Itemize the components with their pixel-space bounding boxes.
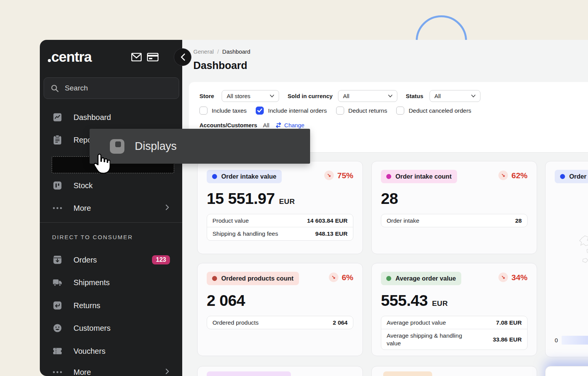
- sidebar-item-returns[interactable]: Returns: [44, 297, 179, 314]
- metric-label: Order int: [569, 173, 588, 180]
- sidebar-item-label: Shipments: [74, 278, 170, 287]
- metric-row: Product value14 603.84 EUR: [207, 214, 353, 227]
- metric-card-partial-middle[interactable]: [371, 366, 537, 376]
- filter-selects-row: Store All stores Sold in currency All St…: [199, 90, 480, 102]
- checkbox-label: Include internal orders: [268, 107, 327, 114]
- trend-chip: ↘: [498, 273, 508, 282]
- checkbox-label: Deduct canceled orders: [408, 107, 471, 114]
- filter-checkboxes-row: Include taxes Include internal orders De…: [199, 107, 471, 115]
- metric-pill: Average order value: [381, 272, 461, 285]
- centra-logo: centra: [51, 49, 91, 65]
- sidebar-item-label: Orders: [74, 256, 140, 264]
- drag-ghost-displays[interactable]: Displays: [90, 129, 310, 164]
- metric-dot-icon: [386, 276, 391, 281]
- metric-breakdown-table: Average product value7.08 EURAverage shi…: [381, 316, 528, 350]
- orders-count-badge: 123: [152, 255, 170, 264]
- metric-row: Average shipping & handling value33.86 E…: [381, 329, 527, 350]
- chevron-right-icon: [165, 204, 169, 212]
- metric-label: Order intake count: [395, 173, 452, 180]
- metric-pill: Order intake value: [207, 170, 282, 183]
- sidebar-item-dashboard[interactable]: Dashboard: [44, 109, 179, 126]
- search-box[interactable]: [44, 77, 179, 99]
- check-icon: [257, 108, 262, 113]
- world-map: [546, 202, 588, 324]
- breadcrumb-separator: /: [217, 48, 219, 55]
- metric-value-row: 2 064: [207, 292, 353, 310]
- customers-smiley-icon: [53, 323, 62, 333]
- metric-card-partial-right[interactable]: [545, 366, 588, 376]
- shipments-truck-icon: [53, 279, 62, 287]
- change-link[interactable]: Change: [275, 122, 305, 128]
- legend-gradient-bar: [562, 336, 588, 345]
- trend-down-icon: ↘: [501, 173, 505, 178]
- sidebar-item-label: More: [74, 368, 154, 376]
- messages-icon[interactable]: [131, 53, 142, 61]
- checkbox-deduct-canceled-orders[interactable]: Deduct canceled orders: [396, 107, 471, 115]
- metric-dot-icon: [212, 174, 217, 179]
- sidebar-item-more-dtc[interactable]: More: [44, 364, 179, 376]
- map-card-order-intake[interactable]: Order int 0: [545, 161, 588, 357]
- metric-pill: Order intake count: [381, 170, 457, 183]
- checkbox-box[interactable]: [336, 107, 344, 115]
- sidebar-item-label: Customers: [74, 324, 170, 333]
- status-label: Status: [406, 93, 423, 99]
- metric-dot-icon: [386, 174, 391, 179]
- metric-breakdown-table: Ordered products2 064: [207, 316, 353, 329]
- sidebar: centra Dashboard: [40, 40, 182, 376]
- trend-down-icon: ↘: [501, 275, 505, 280]
- metric-delta: ↘62%: [498, 171, 528, 180]
- currency-select[interactable]: All: [338, 90, 397, 102]
- metric-label: Average order value: [395, 275, 456, 282]
- trend-chip: ↘: [498, 171, 508, 180]
- checkbox-label: Deduct returns: [348, 107, 387, 114]
- chevron-right-icon: [165, 368, 169, 376]
- metric-value-row: 28: [381, 190, 528, 208]
- search-input[interactable]: [65, 84, 172, 92]
- metric-label: Order intake value: [221, 173, 276, 180]
- sidebar-item-label: Vouchers: [74, 347, 170, 356]
- breadcrumb-current[interactable]: Dashboard: [222, 48, 250, 55]
- trend-chip: ↘: [324, 171, 334, 180]
- metric-card-ordered-products-count[interactable]: Ordered products count ↘6% 2 064 Ordered…: [197, 263, 363, 356]
- metric-row: Order intake28: [381, 214, 527, 227]
- metric-card-average-order-value[interactable]: Average order value ↘34% 555.43EUR Avera…: [371, 263, 537, 356]
- metric-card-partial-left[interactable]: [197, 366, 363, 376]
- checkbox-box[interactable]: [396, 107, 404, 115]
- metric-unit: EUR: [279, 197, 295, 206]
- metric-row: Average product value7.08 EUR: [381, 316, 527, 329]
- currency-select-value: All: [343, 93, 350, 99]
- sidebar-item-customers[interactable]: Customers: [44, 320, 179, 337]
- sidebar-item-more[interactable]: More: [44, 200, 179, 217]
- sidebar-item-label: More: [74, 204, 154, 213]
- checkbox-include-taxes[interactable]: Include taxes: [199, 107, 247, 115]
- metric-unit: EUR: [432, 299, 448, 308]
- sidebar-item-orders[interactable]: Orders 123: [44, 251, 179, 268]
- trend-down-icon: ↘: [332, 275, 336, 280]
- checkbox-include-internal-orders[interactable]: Include internal orders: [256, 107, 327, 115]
- breadcrumb-parent[interactable]: General: [193, 48, 214, 55]
- delta-percent: 62%: [511, 171, 528, 180]
- delta-percent: 34%: [511, 273, 528, 282]
- metric-row: Shipping & handling fees948.13 EUR: [207, 227, 353, 240]
- checkbox-box[interactable]: [256, 107, 264, 115]
- metric-delta: ↘6%: [329, 273, 353, 282]
- status-select[interactable]: All: [430, 90, 480, 102]
- sidebar-item-shipments[interactable]: Shipments: [44, 274, 179, 291]
- breadcrumb: General / Dashboard: [193, 48, 250, 55]
- drag-ghost-label: Displays: [135, 140, 177, 153]
- checkbox-box[interactable]: [199, 107, 207, 115]
- metric-card-order-intake-value[interactable]: Order intake value ↘75% 15 551.97EUR Pro…: [197, 161, 363, 254]
- returns-icon: [53, 301, 62, 310]
- search-icon: [51, 84, 59, 93]
- sidebar-item-stock[interactable]: Stock: [44, 177, 179, 194]
- checkbox-deduct-returns[interactable]: Deduct returns: [336, 107, 387, 115]
- sidebar-item-vouchers[interactable]: Vouchers: [44, 343, 179, 360]
- store-select[interactable]: All stores: [222, 90, 279, 102]
- change-link-label: Change: [284, 122, 305, 128]
- metric-card-order-intake-count[interactable]: Order intake count ↘62% 28 Order intake2…: [371, 161, 537, 254]
- delta-percent: 6%: [342, 273, 353, 282]
- delta-percent: 75%: [337, 171, 353, 180]
- legend-min-value: 0: [555, 337, 558, 343]
- billing-card-icon[interactable]: [147, 53, 158, 61]
- accounts-customers-row: Accounts/Customers All Change: [199, 122, 304, 128]
